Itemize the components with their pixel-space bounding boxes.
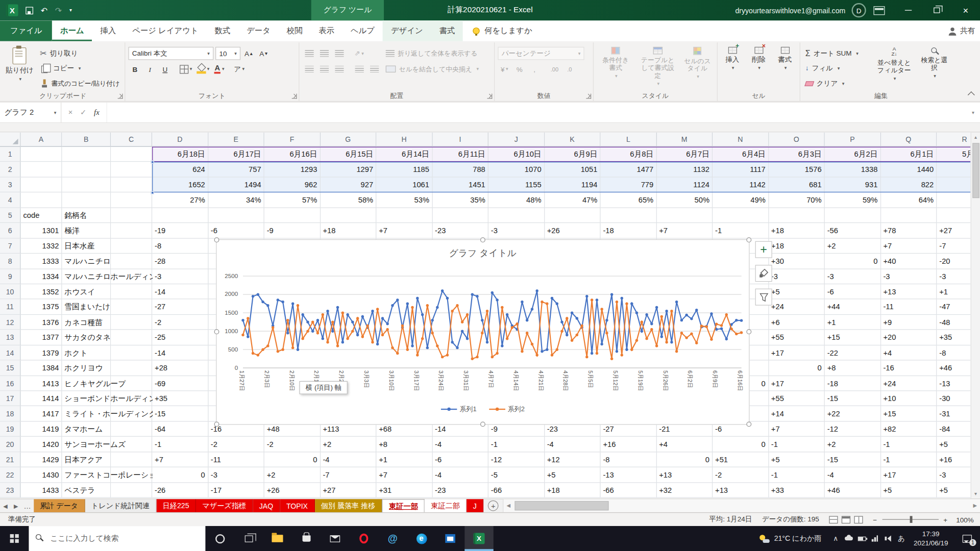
collapse-ribbon-icon[interactable]	[968, 91, 975, 98]
cell[interactable]: 57%	[264, 193, 321, 208]
cell[interactable]	[111, 330, 152, 345]
number-format-select[interactable]: パーセンテージ▾	[498, 47, 584, 60]
cell[interactable]: -6	[825, 284, 881, 299]
cell[interactable]: +8	[825, 361, 881, 376]
cell[interactable]: 1429	[20, 452, 62, 467]
cell[interactable]: -18	[601, 223, 657, 238]
zoom-slider-thumb[interactable]	[910, 516, 912, 522]
cell[interactable]: +7	[769, 421, 825, 437]
cell[interactable]: +16	[601, 437, 657, 452]
copy-button[interactable]: コピー▾	[38, 62, 121, 75]
chart-resize-handle[interactable]	[480, 422, 485, 427]
zoom-slider[interactable]	[882, 519, 938, 520]
cell[interactable]	[376, 208, 432, 223]
tab-home[interactable]: ホーム	[52, 20, 92, 41]
cell[interactable]: 6月16日	[264, 147, 321, 162]
cell[interactable]: 53%	[376, 193, 432, 208]
chart-plot-area[interactable]	[216, 240, 750, 425]
chart-elements-button[interactable]: +	[755, 241, 772, 258]
cell[interactable]: +78	[881, 223, 937, 238]
cell[interactable]: +17	[769, 376, 825, 391]
cell[interactable]: +5	[545, 467, 601, 483]
new-sheet-button[interactable]: +	[488, 500, 499, 511]
conditional-formatting-button[interactable]: 条件付き書式▾	[597, 44, 634, 91]
sheet-tabs-overflow[interactable]: …	[21, 499, 34, 512]
cell[interactable]: +8	[376, 437, 432, 452]
cell[interactable]: -7	[937, 238, 970, 254]
cell[interactable]: ショーボンドホールディングス	[62, 391, 111, 407]
cell[interactable]	[111, 208, 152, 223]
increase-font-button[interactable]: A▲	[242, 47, 256, 60]
cell[interactable]	[20, 178, 62, 193]
cell[interactable]: -64	[152, 421, 208, 437]
page-break-view-icon[interactable]	[854, 516, 863, 523]
cell[interactable]: 6月15日	[321, 147, 377, 162]
share-button[interactable]: 共有	[949, 20, 975, 41]
cell-styles-button[interactable]: セルのスタイル▾	[681, 44, 714, 91]
page-layout-view-icon[interactable]	[842, 516, 850, 523]
cell[interactable]: -15	[825, 452, 881, 467]
font-dialog-launcher-icon[interactable]	[292, 94, 297, 99]
cell[interactable]: 1375	[20, 299, 62, 315]
cell[interactable]: -1	[769, 467, 825, 483]
cell[interactable]: 1142	[713, 178, 769, 193]
percent-format-button[interactable]: %	[513, 62, 526, 76]
cell[interactable]: -13	[937, 376, 970, 391]
cell[interactable]: 6月10日	[488, 147, 545, 162]
cell[interactable]: +9	[881, 315, 937, 330]
taskbar-store[interactable]	[292, 526, 321, 551]
cell[interactable]: -3	[769, 269, 825, 284]
decrease-font-button[interactable]: A▼	[257, 47, 271, 60]
taskbar-clock[interactable]: 17:39 2021/06/19	[908, 529, 954, 547]
cell[interactable]	[111, 345, 152, 361]
row-header-5[interactable]: 5	[0, 208, 20, 223]
chart-resize-handle[interactable]	[746, 237, 751, 242]
cell[interactable]	[937, 162, 970, 178]
sheet-tab-9[interactable]: 東証二部	[425, 499, 467, 512]
expand-formula-bar-icon[interactable]: ▾	[966, 103, 980, 122]
cell[interactable]	[111, 284, 152, 299]
cell[interactable]: -28	[152, 254, 208, 269]
formula-input[interactable]	[106, 103, 966, 122]
cell[interactable]: 1576	[769, 162, 825, 178]
save-icon[interactable]	[26, 7, 33, 14]
row-header-13[interactable]: 13	[0, 330, 20, 345]
cell[interactable]: 624	[152, 162, 208, 178]
scroll-down-icon[interactable]: ▼	[971, 489, 980, 498]
cell[interactable]	[20, 193, 62, 208]
cell[interactable]: 1477	[601, 162, 657, 178]
cell[interactable]: -23	[432, 483, 488, 498]
cell[interactable]: -27	[152, 299, 208, 315]
clear-button[interactable]: クリア▾	[803, 77, 871, 90]
cell[interactable]: -4	[432, 467, 488, 483]
scroll-right-icon[interactable]: ▶	[970, 499, 980, 512]
cell[interactable]	[111, 193, 152, 208]
cell[interactable]: +46	[825, 483, 881, 498]
row-header-11[interactable]: 11	[0, 299, 20, 315]
cell[interactable]: 1051	[545, 162, 601, 178]
cell[interactable]: 雪国まいたけ	[62, 299, 111, 315]
font-size-select[interactable]: 10▾	[215, 47, 240, 60]
align-right-button[interactable]	[332, 62, 346, 76]
tab-view[interactable]: 表示	[310, 20, 342, 41]
cell[interactable]: +28	[152, 361, 208, 376]
row-header-10[interactable]: 10	[0, 284, 20, 299]
row-header-22[interactable]: 22	[0, 467, 20, 483]
sort-filter-button[interactable]: AZ↓ 並べ替えとフィルター▾	[874, 44, 915, 91]
cell[interactable]: 47%	[545, 193, 601, 208]
cell[interactable]: -19	[152, 223, 208, 238]
cell[interactable]: +17	[881, 467, 937, 483]
cell[interactable]: 58%	[321, 193, 377, 208]
cell[interactable]: +7	[152, 452, 208, 467]
tab-help[interactable]: ヘルプ	[342, 20, 383, 41]
col-header-J[interactable]: J	[488, 133, 545, 147]
cell[interactable]: -3	[937, 269, 970, 284]
cell[interactable]: 59%	[825, 193, 881, 208]
cell[interactable]: +55	[769, 391, 825, 407]
cell[interactable]: -66	[488, 483, 545, 498]
cell[interactable]: +12	[545, 452, 601, 467]
action-center-button[interactable]: 1	[953, 535, 980, 543]
cell[interactable]: 1417	[20, 406, 62, 421]
cell[interactable]: 962	[264, 178, 321, 193]
cell[interactable]	[111, 452, 152, 467]
